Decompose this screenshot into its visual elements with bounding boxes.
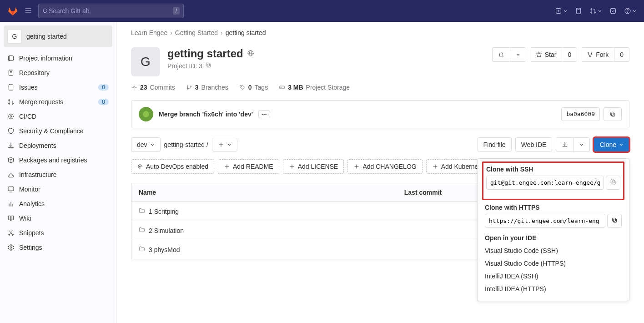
svg-marker-40 [536, 52, 542, 57]
sidebar-project-name: getting started [26, 33, 67, 40]
sidebar-item-security[interactable]: Security & Compliance [4, 124, 112, 138]
folder-icon [139, 227, 145, 234]
sidebar: G getting started Project information Re… [0, 22, 116, 323]
project-id: Project ID: 3 [167, 62, 202, 70]
download-dropdown[interactable] [574, 137, 590, 152]
commit-message[interactable]: Merge branch 'fix6ch' into 'dev' [159, 111, 253, 118]
storage-stat[interactable]: 3 MB Project Storage [279, 84, 350, 91]
sidebar-item-repository[interactable]: Repository [4, 66, 112, 80]
clone-button[interactable]: Clone [594, 137, 629, 152]
sidebar-item-snippets[interactable]: Snippets [4, 226, 112, 240]
stats-row: 23 Commits 3 Branches 0 Tags 3 MB Projec… [131, 84, 629, 91]
svg-point-44 [133, 86, 135, 88]
clone-https-input[interactable] [485, 214, 605, 228]
web-ide-button[interactable]: Web IDE [515, 137, 553, 152]
sidebar-item-infrastructure[interactable]: Infrastructure [4, 167, 112, 182]
svg-point-25 [10, 116, 12, 117]
svg-rect-51 [280, 86, 285, 89]
last-commit-box: Merge branch 'fix6ch' into 'dev' ••• ba0… [131, 100, 629, 128]
svg-point-61 [139, 166, 141, 167]
star-count[interactable]: 0 [562, 47, 577, 62]
merge-requests-icon[interactable] [589, 7, 602, 15]
fork-count[interactable]: 0 [614, 47, 629, 62]
sidebar-item-analytics[interactable]: Analytics [4, 197, 112, 211]
svg-rect-38 [207, 64, 211, 67]
add-readme-button[interactable]: Add README [218, 159, 279, 174]
mr-count-badge: 0 [98, 99, 109, 105]
menu-icon[interactable] [22, 4, 35, 18]
commit-author-avatar[interactable] [139, 107, 153, 121]
find-file-button[interactable]: Find file [478, 137, 512, 152]
svg-point-15 [628, 12, 628, 13]
svg-point-34 [10, 247, 12, 248]
svg-rect-21 [9, 85, 13, 90]
folder-icon [139, 246, 145, 253]
chevron-right-icon: › [221, 29, 223, 36]
breadcrumb-link[interactable]: Learn Engee [131, 29, 167, 36]
ide-option[interactable]: Visual Studio Code (SSH) [485, 244, 622, 257]
clone-ssh-label: Clone with SSH [486, 166, 620, 173]
branch-selector[interactable]: dev [131, 137, 161, 152]
breadcrumb: Learn Engee › Getting Started › getting … [131, 29, 629, 36]
auto-devops-button[interactable]: Auto DevOps enabled [131, 159, 214, 174]
help-icon[interactable] [624, 7, 637, 15]
download-button[interactable] [556, 137, 574, 152]
add-license-button[interactable]: Add LICENSE [283, 159, 344, 174]
sidebar-item-project-information[interactable]: Project information [4, 51, 112, 66]
gitlab-logo-icon[interactable] [7, 5, 18, 16]
chevron-right-icon: › [170, 29, 172, 36]
commit-sha[interactable]: ba0a6009 [561, 107, 600, 121]
svg-point-33 [12, 234, 14, 236]
sidebar-item-monitor[interactable]: Monitor [4, 182, 112, 197]
star-button[interactable]: Star [530, 47, 563, 62]
copy-ssh-button[interactable] [606, 176, 620, 190]
sidebar-item-cicd[interactable]: CI/CD [4, 109, 112, 124]
sidebar-item-packages[interactable]: Packages and registries [4, 153, 112, 167]
branches-stat[interactable]: 3 Branches [186, 84, 228, 91]
notification-button[interactable] [492, 47, 526, 62]
sidebar-project-tile[interactable]: G getting started [4, 25, 112, 47]
ide-option[interactable]: IntelliJ IDEA (HTTPS) [485, 283, 622, 295]
sidebar-item-merge-requests[interactable]: Merge requests0 [4, 95, 112, 109]
folder-icon [139, 207, 145, 215]
add-changelog-button[interactable]: Add CHANGELOG [347, 159, 422, 174]
copy-sha-button[interactable] [604, 107, 622, 121]
copy-https-button[interactable] [607, 214, 622, 228]
todos-icon[interactable] [609, 7, 617, 15]
search-input[interactable]: / [38, 4, 184, 18]
search-field[interactable] [49, 7, 173, 15]
topbar-right [555, 7, 637, 15]
clone-ssh-input[interactable] [486, 176, 604, 190]
tags-stat[interactable]: 0 Tags [239, 84, 268, 91]
path-root[interactable]: getting-started [164, 141, 205, 148]
svg-rect-39 [206, 63, 209, 66]
sidebar-item-deployments[interactable]: Deployments [4, 138, 112, 153]
ide-option[interactable]: Visual Studio Code (HTTPS) [485, 257, 622, 270]
svg-rect-59 [614, 219, 617, 222]
project-avatar-small: G [7, 29, 22, 44]
page-title: getting started [167, 47, 243, 60]
svg-rect-53 [612, 113, 615, 116]
add-file-button[interactable] [212, 138, 237, 151]
ide-header: Open in your IDE [485, 234, 622, 242]
sidebar-item-settings[interactable]: Settings [4, 240, 112, 255]
ide-option[interactable]: IntelliJ IDEA (SSH) [485, 270, 622, 283]
svg-point-32 [9, 234, 10, 236]
clone-dropdown: Clone with SSH Clone with HTTPS Open in … [477, 158, 629, 301]
breadcrumb-link[interactable]: Getting Started [175, 29, 218, 36]
clone-https-label: Clone with HTTPS [485, 204, 622, 211]
commits-stat[interactable]: 23 Commits [131, 84, 175, 91]
svg-line-4 [46, 12, 48, 13]
sidebar-item-issues[interactable]: Issues0 [4, 80, 112, 95]
globe-icon [247, 50, 254, 58]
copy-id-icon[interactable] [205, 62, 211, 70]
issues-icon[interactable] [575, 7, 582, 15]
sidebar-item-wiki[interactable]: Wiki [4, 211, 112, 226]
fork-button[interactable]: Fork [581, 47, 614, 62]
svg-point-52 [281, 87, 281, 87]
more-icon[interactable]: ••• [258, 110, 270, 118]
main-content: Learn Engee › Getting Started › getting … [116, 22, 644, 323]
svg-rect-8 [576, 8, 580, 14]
create-icon[interactable] [555, 7, 568, 15]
col-name: Name [131, 183, 397, 202]
